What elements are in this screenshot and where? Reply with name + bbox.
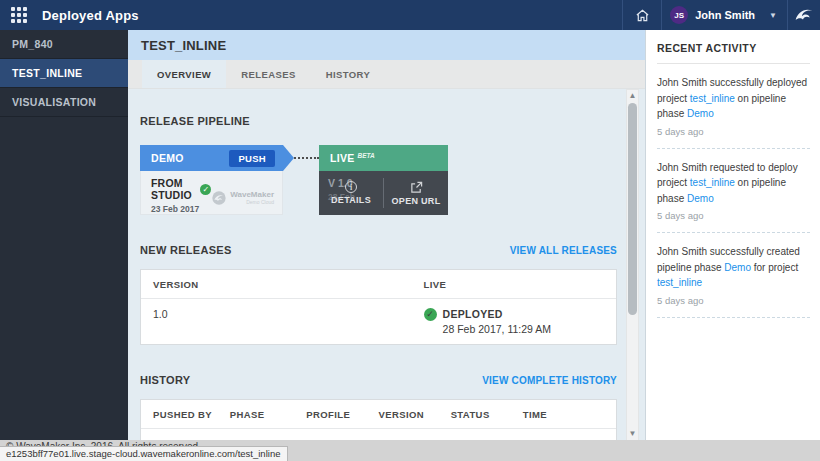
activity-item: John Smith successfully created pipeline… [657, 233, 810, 318]
recent-activity-panel: RECENT ACTIVITY John Smith successfully … [645, 30, 820, 441]
app-title: Deployed Apps [42, 8, 139, 23]
activity-text: John Smith successfully created pipeline… [657, 244, 810, 291]
history-table: PUSHED BY PHASE PROFILE VERSION STATUS T… [140, 399, 617, 441]
tab-releases[interactable]: RELEASES [226, 60, 310, 88]
user-name: John Smith [695, 9, 755, 21]
history-heading: HISTORY [140, 374, 190, 386]
activity-text: John Smith successfully deployed project… [657, 75, 810, 122]
vertical-scrollbar[interactable]: ▲ ▼ [626, 89, 639, 441]
activity-item: John Smith successfully deployed project… [657, 64, 810, 149]
new-releases-table: VERSION LIVE 1.0 ✓ DEPLOYED 28 Feb 2017,… [140, 269, 617, 345]
overview-content: RELEASE PIPELINE DEMO PUSH FROM STUDIO [128, 89, 645, 441]
beta-badge: BETA [358, 152, 375, 159]
table-header-row: VERSION LIVE [141, 270, 616, 299]
live-hover-overlay: i DETAILS OP [319, 171, 448, 215]
col-profile: PROFILE [306, 409, 378, 420]
project-link[interactable]: test_inline [690, 177, 735, 188]
wavemaker-wave-icon [794, 5, 814, 25]
phase-link[interactable]: Demo [687, 108, 714, 119]
recent-activity-heading: RECENT ACTIVITY [657, 42, 810, 64]
deployed-apps-window: Deployed Apps JS John Smith ▼ PM_840 TES… [0, 0, 820, 461]
view-complete-history-link[interactable]: VIEW COMPLETE HISTORY [482, 375, 617, 386]
activity-divider [657, 317, 810, 318]
scrollbar-thumb[interactable] [628, 103, 637, 315]
release-pipeline-heading: RELEASE PIPELINE [140, 115, 617, 127]
phase-link[interactable]: Demo [687, 193, 714, 204]
user-menu[interactable]: JS John Smith ▼ [662, 0, 787, 30]
col-live: LIVE [424, 279, 604, 290]
browser-status-url: e1253bff77e01.live.stage-cloud.wavemaker… [0, 446, 288, 461]
release-version: 1.0 [153, 308, 424, 335]
watermark-brand-sub: Demo Cloud [230, 199, 274, 205]
activity-time: 5 days ago [657, 210, 810, 221]
live-card-body: V 1.0 28 Feb i DETAILS [319, 171, 448, 215]
col-phase: PHASE [230, 409, 307, 420]
watermark-brand-name: WaveMaker [230, 190, 274, 199]
pipeline-cards: DEMO PUSH FROM STUDIO ✓ 23 Feb 2017 [140, 145, 617, 215]
phase-link[interactable]: Demo [724, 262, 751, 273]
wavemaker-wave-icon [211, 190, 227, 206]
chevron-down-icon: ▼ [769, 11, 777, 20]
demo-card-header: DEMO PUSH [140, 145, 283, 171]
home-icon [635, 8, 650, 23]
tab-overview[interactable]: OVERVIEW [142, 60, 226, 88]
table-header-row: PUSHED BY PHASE PROFILE VERSION STATUS T… [141, 400, 616, 429]
deployed-time: 28 Feb 2017, 11:29 AM [443, 323, 551, 335]
main-panel: TEST_INLINE OVERVIEW RELEASES HISTORY RE… [128, 30, 645, 441]
demo-date: 23 Feb 2017 [151, 204, 211, 214]
col-version: VERSION [153, 279, 424, 290]
open-url-button[interactable]: OPEN URL [384, 171, 448, 215]
activity-time: 5 days ago [657, 126, 810, 137]
avatar: JS [670, 6, 688, 24]
page-title: TEST_INLINE [141, 38, 226, 53]
new-releases-heading: NEW RELEASES [140, 244, 232, 256]
table-row: 1.0 ✓ DEPLOYED 28 Feb 2017, 11:29 AM [141, 299, 616, 344]
project-link[interactable]: test_inline [657, 277, 702, 288]
sidebar-item-test-inline[interactable]: TEST_INLINE [0, 59, 128, 88]
col-time: TIME [523, 409, 604, 420]
deployed-check-icon: ✓ [424, 308, 437, 321]
col-status: STATUS [451, 409, 523, 420]
info-icon: i [345, 181, 357, 193]
wavemaker-watermark: WaveMaker Demo Cloud [211, 181, 274, 214]
demo-card-body: FROM STUDIO ✓ 23 Feb 2017 [140, 171, 283, 215]
success-check-icon: ✓ [200, 184, 211, 195]
top-bar: Deployed Apps JS John Smith ▼ [0, 0, 820, 30]
tab-bar: OVERVIEW RELEASES HISTORY [128, 60, 645, 89]
col-version: VERSION [378, 409, 450, 420]
details-button[interactable]: i DETAILS [319, 171, 383, 215]
page-header: TEST_INLINE [128, 30, 645, 60]
col-pushed-by: PUSHED BY [153, 409, 230, 420]
apps-grid-icon[interactable] [11, 7, 27, 23]
scroll-down-arrow[interactable]: ▼ [627, 428, 638, 440]
project-link[interactable]: test_inline [690, 93, 735, 104]
live-phase-label: LIVE [330, 152, 355, 164]
sidebar-item-visualisation[interactable]: VISUALISATION [0, 88, 128, 117]
push-button[interactable]: PUSH [229, 150, 275, 167]
demo-phase-card: DEMO PUSH FROM STUDIO ✓ 23 Feb 2017 [140, 145, 283, 215]
brand-logo [788, 0, 820, 30]
activity-time: 5 days ago [657, 295, 810, 306]
scroll-up-arrow[interactable]: ▲ [627, 90, 638, 102]
deployed-label: DEPLOYED [443, 308, 551, 320]
demo-arrow [283, 145, 294, 171]
activity-item: John Smith requested to deploy project t… [657, 149, 810, 234]
demo-phase-label: DEMO [151, 152, 229, 164]
tab-history[interactable]: HISTORY [311, 60, 386, 88]
projects-sidebar: PM_840 TEST_INLINE VISUALISATION [0, 30, 128, 441]
view-all-releases-link[interactable]: VIEW ALL RELEASES [510, 245, 617, 256]
open-url-icon [410, 181, 423, 194]
release-live-status: ✓ DEPLOYED 28 Feb 2017, 11:29 AM [424, 308, 604, 335]
activity-text: John Smith requested to deploy project t… [657, 160, 810, 207]
sidebar-item-pm-840[interactable]: PM_840 [0, 30, 128, 59]
live-phase-card: LIVE BETA V 1.0 28 Feb i DETAI [319, 145, 448, 215]
live-card-header: LIVE BETA [319, 145, 448, 171]
from-studio-label: FROM STUDIO [151, 177, 195, 201]
home-button[interactable] [623, 0, 661, 30]
